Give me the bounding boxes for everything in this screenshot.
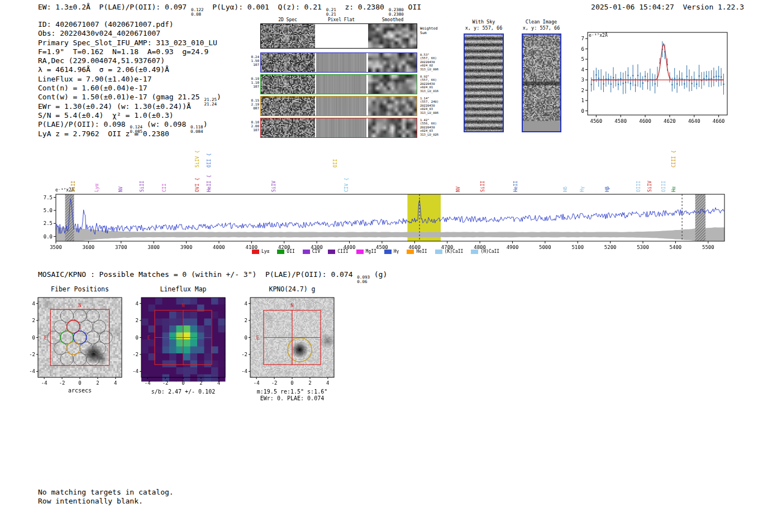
elixer-report-page: EW: 1.3±0.2Å P(LAE)/P(OII): 0.097 0.1220… bbox=[0, 0, 782, 532]
fiber-row-left-value: 2.19 bbox=[249, 102, 259, 106]
line-zoom-canvas bbox=[574, 27, 733, 136]
info-line: Primary Spec_Slot_IFU_AMP: 313_023_010_L… bbox=[38, 39, 221, 47]
text-segment: LyA z = 2.7962 OII z = 0.2380 bbox=[38, 130, 169, 138]
fiber-row-right-value: 313_LU_016 bbox=[420, 89, 438, 93]
legend-label: CIV bbox=[312, 249, 320, 254]
fiber-row-left-label: 0.241.50107 bbox=[249, 55, 259, 67]
fiber-positions-title: Fiber Positions bbox=[51, 285, 109, 293]
legend-label: (K)CaII bbox=[445, 249, 464, 254]
row-smoothed-image bbox=[368, 97, 417, 116]
legend-item: Lyα bbox=[252, 249, 269, 254]
col-header-smoothed: Smoothed bbox=[382, 17, 404, 22]
row-smoothed-image bbox=[368, 118, 417, 137]
clean-xy: x, y: 557, 66 bbox=[523, 25, 560, 31]
stacked-value: 0.1220.08 bbox=[191, 8, 204, 17]
legend-item: HeII bbox=[407, 249, 427, 254]
lineflux-caption: s/b: 2.47 +/- 0.102 bbox=[151, 389, 215, 395]
kpno-title: KPNO(24.7) g bbox=[269, 285, 315, 293]
fiber-row-left-value: 1.50 bbox=[249, 59, 259, 63]
weighted-2dspec-image bbox=[261, 24, 315, 48]
legend-swatch bbox=[303, 250, 310, 254]
text-segment: ID: 4020671007 (4020671007.pdf) bbox=[38, 20, 174, 28]
row-pixelflat-image bbox=[316, 75, 366, 94]
legend-swatch bbox=[328, 250, 335, 254]
row-2dspec-image bbox=[261, 118, 315, 137]
legend-swatch bbox=[252, 250, 259, 254]
clean-frame bbox=[522, 33, 561, 132]
withsky-panel: With Sky x, y: 557, 66 bbox=[462, 17, 513, 137]
text-segment: LineFlux = 7.90(±1.40)e-17 bbox=[38, 75, 152, 83]
weighted-sum-label: Weighted Sum bbox=[420, 27, 437, 35]
fiber-row-left-value: 0.10 bbox=[249, 120, 259, 124]
clean-title: Clean Image bbox=[526, 19, 557, 25]
text-segment: ) bbox=[217, 93, 221, 101]
stacked-value: 0.1180.084 bbox=[190, 125, 203, 134]
fiber-xlabel: arcsecs bbox=[68, 387, 92, 394]
text-segment: z: 0.2380 bbox=[336, 3, 389, 11]
legend-label: MgII bbox=[366, 249, 376, 254]
text-segment: S/N = 5.4(±0.4) χ² = 1.0(±0.3) bbox=[38, 111, 174, 119]
fiber-row-left-label: 0.102.00107 bbox=[249, 120, 259, 132]
fiber-row-left-label: 0.191.10107 bbox=[249, 76, 259, 89]
clean-image-panel: Clean Image x, y: 557, 66 bbox=[518, 17, 569, 137]
legend-label: (H)CaII bbox=[480, 249, 499, 254]
legend-label: OII bbox=[287, 249, 294, 254]
info-line: RA,Dec (229.004074,51.937607) bbox=[38, 56, 221, 65]
legend-item: (K)CaII bbox=[435, 249, 464, 254]
fiber-row-right-label: 0.92"(557, 66)20220430v024_01313_LU_016 bbox=[420, 75, 438, 93]
row-pixelflat-image bbox=[316, 53, 366, 72]
lineflux-map-title: Lineflux Map bbox=[160, 285, 206, 293]
legend-item: CIII bbox=[328, 249, 348, 254]
footer-line: Row intentionally blank. bbox=[38, 497, 174, 506]
text-segment: Cont(n) = 1.60(±0.04)e-17 bbox=[38, 84, 147, 92]
legend-label: Lyα bbox=[261, 249, 269, 254]
header-summary: EW: 1.3±0.2Å P(LAE)/P(OII): 0.097 0.1220… bbox=[38, 3, 421, 17]
kpno-caption-2: EWr: 0. PLAE: 0.074 bbox=[260, 395, 324, 401]
fiber-row-right-value: 313_LU_026 bbox=[420, 133, 438, 136]
withsky-frame bbox=[464, 33, 504, 132]
detection-info-block: ID: 4020671007 (4020671007.pdf)Obs: 2022… bbox=[38, 20, 221, 138]
stacked-lower: 0.08 bbox=[191, 12, 204, 17]
legend-label: CIII bbox=[337, 249, 348, 254]
stacked-lower: 0.084 bbox=[190, 130, 203, 134]
info-line: λ = 4614.96Å σ = 2.06(±0.49)Å bbox=[38, 65, 221, 74]
text-segment: Cont(w) = 1.50(±0.01)e-17 (gmag 21.25 bbox=[38, 93, 204, 101]
text-segment: P(Lyα): 0.001 Q(z): 0.21 bbox=[204, 3, 326, 11]
row-2dspec-image bbox=[261, 75, 315, 94]
info-line: Cont(w) = 1.50(±0.01)e-17 (gmag 21.25 21… bbox=[38, 93, 221, 102]
footer-line: No matching targets in catalog. bbox=[38, 488, 174, 497]
stacked-lower: 21.24 bbox=[204, 102, 217, 107]
footer-notes: No matching targets in catalog. Row inte… bbox=[38, 488, 174, 506]
withsky-xy: x, y: 557, 66 bbox=[465, 25, 503, 31]
clean-image bbox=[523, 35, 560, 131]
line-label: OII bbox=[332, 159, 338, 167]
weighted-label-line: Sum bbox=[420, 31, 437, 36]
lineflux-map-canvas bbox=[125, 295, 236, 401]
fiber-row-left-value: 0.24 bbox=[249, 55, 259, 59]
legend-swatch bbox=[471, 250, 478, 254]
legend-item: Hγ bbox=[384, 249, 399, 254]
fiber-row-right-value: 313_LU_006 bbox=[420, 111, 438, 114]
legend-swatch bbox=[407, 250, 414, 254]
legend-item: (H)CaII bbox=[471, 249, 499, 254]
fiber-row-right-value: (557, 66) bbox=[420, 78, 438, 82]
row-2dspec-image bbox=[261, 97, 315, 116]
fiber-row-strip bbox=[260, 96, 417, 116]
legend-swatch bbox=[384, 250, 392, 254]
info-line: F=1.9" T=0.162 N=1.18 A=0.93 g=24.9 bbox=[38, 47, 221, 56]
fiber-row-left-value: 087 bbox=[249, 106, 259, 110]
withsky-image bbox=[465, 35, 503, 131]
legend-item: MgII bbox=[356, 249, 376, 254]
legend-swatch bbox=[277, 250, 284, 254]
col-header-2dspec: 2D Spec bbox=[278, 17, 297, 22]
weighted-smoothed-image bbox=[368, 24, 417, 48]
text-segment: P(LAE)/P(OII): 0.098 bbox=[38, 120, 130, 128]
fiber-row-left-value: 1.10 bbox=[249, 80, 259, 84]
fiber-row-strip bbox=[260, 74, 417, 94]
legend-label: HeII bbox=[416, 249, 427, 254]
fiber-row-right-value: 313_LU_006 bbox=[420, 68, 438, 71]
text-segment: Obs: 20220430v024_4020671007 bbox=[38, 29, 160, 37]
fiber-row-left-value: 107 bbox=[249, 84, 259, 88]
fiber-row-left-value: 0.15 bbox=[249, 98, 259, 102]
fiber-row-right-label: 1.14"(557, 240)20220430v024_03313_LU_006 bbox=[420, 97, 438, 114]
